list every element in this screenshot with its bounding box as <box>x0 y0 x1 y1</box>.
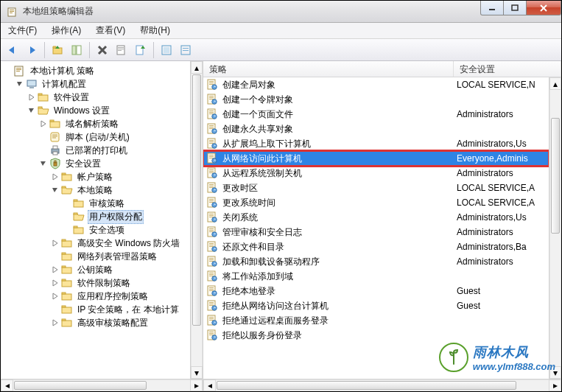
twisty-icon[interactable] <box>27 106 36 115</box>
tree-public-key[interactable]: 公钥策略 <box>4 263 190 276</box>
policy-row[interactable]: 加载和卸载设备驱动程序Administrators <box>203 254 549 269</box>
tree-user-rights[interactable]: 用户权限分配 <box>4 210 190 223</box>
svg-marker-51 <box>53 174 57 180</box>
tree-dns-policy[interactable]: 域名解析策略 <box>4 117 190 130</box>
twisty-icon[interactable] <box>63 199 71 208</box>
maximize-button[interactable] <box>503 1 527 15</box>
list-horizontal-scrollbar[interactable]: ◂ ▸ <box>203 379 561 391</box>
svg-rect-137 <box>209 214 214 214</box>
twisty-icon[interactable] <box>39 133 48 141</box>
scroll-down-icon[interactable]: ▾ <box>191 366 203 379</box>
policy-row[interactable]: 拒绝从网络访问这台计算机Guest <box>203 298 549 313</box>
twisty-icon[interactable] <box>63 225 71 234</box>
policy-row[interactable]: 管理审核和安全日志Administrators <box>203 225 549 239</box>
policy-row[interactable]: 创建一个令牌对象 <box>203 92 549 107</box>
policy-row[interactable]: 从远程系统强制关机Administrators <box>203 166 549 181</box>
tree-account-policies[interactable]: 帐户策略 <box>4 170 190 183</box>
close-button[interactable] <box>526 1 561 15</box>
svg-rect-24 <box>164 47 169 53</box>
help-button[interactable] <box>177 41 194 59</box>
menu-view[interactable]: 查看(V) <box>93 23 128 38</box>
tree-adv-firewall[interactable]: 高级安全 Windows 防火墙 <box>4 237 190 250</box>
twisty-icon[interactable] <box>51 172 60 181</box>
tree-root[interactable]: 本地计算机 策略 <box>4 64 190 77</box>
tree-vertical-scrollbar[interactable]: ▴ ▾ <box>190 61 203 379</box>
properties-button[interactable] <box>113 41 130 59</box>
policy-row[interactable]: 拒绝通过远程桌面服务登录 <box>203 313 549 328</box>
tree-local-policies[interactable]: 本地策略 <box>4 183 190 197</box>
policy-row[interactable]: 关闭系统Administrators,Us <box>203 210 549 225</box>
up-button[interactable] <box>49 41 66 59</box>
twisty-icon[interactable] <box>4 66 13 75</box>
twisty-icon[interactable] <box>51 265 60 274</box>
twisty-icon[interactable] <box>51 318 60 327</box>
show-hide-tree-button[interactable] <box>68 41 85 59</box>
svg-point-183 <box>214 321 216 323</box>
tree-windows-settings[interactable]: Windows 设置 <box>4 104 190 117</box>
tree-nlm[interactable]: 网络列表管理器策略 <box>4 250 190 263</box>
tree-app-control[interactable]: 应用程序控制策略 <box>4 290 190 303</box>
twisty-icon[interactable] <box>51 305 60 314</box>
tree-printers[interactable]: 已部署的打印机 <box>4 144 190 157</box>
tree-ipsec[interactable]: IP 安全策略，在 本地计算 <box>4 303 190 316</box>
list-vertical-scrollbar[interactable]: ▴ ▾ <box>549 77 561 379</box>
twisty-icon[interactable] <box>39 159 48 168</box>
scroll-down-icon[interactable]: ▾ <box>549 366 561 379</box>
policy-row[interactable]: 还原文件和目录Administrators,Ba <box>203 239 549 254</box>
scroll-left-icon[interactable]: ◂ <box>1 379 13 391</box>
scroll-left-icon[interactable]: ◂ <box>203 379 216 391</box>
tree-software-settings[interactable]: 软件设置 <box>4 91 190 104</box>
tree-audit-policy[interactable]: 审核策略 <box>4 197 190 210</box>
twisty-icon[interactable] <box>39 146 48 155</box>
column-security-setting[interactable]: 安全设置 <box>454 61 561 77</box>
twisty-icon[interactable] <box>51 252 60 261</box>
column-policy[interactable]: 策略 <box>203 61 454 77</box>
policy-row[interactable]: 更改系统时间LOCAL SERVICE,A <box>203 195 549 210</box>
svg-marker-71 <box>53 280 57 286</box>
policy-row[interactable]: 从网络访问此计算机Everyone,Adminis <box>203 151 549 166</box>
tree-scripts[interactable]: 脚本 (启动/关机) <box>4 130 190 144</box>
twisty-icon[interactable] <box>51 279 60 287</box>
tree-security[interactable]: 安全设置 <box>4 157 190 170</box>
tree-label: 帐户策略 <box>76 170 114 184</box>
policy-row[interactable]: 拒绝本地登录Guest <box>203 284 549 298</box>
tree-view[interactable]: 本地计算机 策略计算机配置软件设置Windows 设置域名解析策略脚本 (启动/… <box>1 61 190 379</box>
refresh-button[interactable] <box>158 41 175 59</box>
tree-horizontal-scrollbar[interactable]: ◂ ▸ <box>1 379 203 391</box>
export-button[interactable] <box>132 41 150 59</box>
policy-row[interactable]: 更改时区LOCAL SERVICE,A <box>203 181 549 195</box>
scroll-up-icon[interactable]: ▴ <box>191 61 203 74</box>
policy-row[interactable]: 将工作站添加到域 <box>203 269 549 284</box>
scroll-right-icon[interactable]: ▸ <box>190 379 203 391</box>
tree-security-options[interactable]: 安全选项 <box>4 223 190 237</box>
tree-adv-audit[interactable]: 高级审核策略配置 <box>4 316 190 329</box>
policy-row[interactable]: 从扩展坞上取下计算机Administrators,Us <box>203 136 549 151</box>
tree-computer-config[interactable]: 计算机配置 <box>4 77 190 91</box>
policy-row[interactable]: 创建全局对象LOCAL SERVICE,N <box>203 77 549 92</box>
minimize-button[interactable] <box>480 1 504 15</box>
twisty-icon[interactable] <box>39 119 48 128</box>
forward-button[interactable] <box>23 41 41 59</box>
menu-action[interactable]: 操作(A) <box>49 23 84 38</box>
back-button[interactable] <box>4 41 21 59</box>
twisty-icon[interactable] <box>63 212 71 221</box>
svg-rect-26 <box>183 48 189 49</box>
policy-row[interactable]: 拒绝以服务身份登录 <box>203 328 549 343</box>
scroll-up-icon[interactable]: ▴ <box>549 77 561 90</box>
menu-file[interactable]: 文件(F) <box>5 23 40 38</box>
menu-help[interactable]: 帮助(H) <box>137 23 173 38</box>
twisty-icon[interactable] <box>51 292 60 301</box>
twisty-icon[interactable] <box>51 239 60 248</box>
twisty-icon[interactable] <box>51 186 60 195</box>
delete-button[interactable] <box>94 41 111 59</box>
twisty-icon[interactable] <box>27 93 36 102</box>
scroll-right-icon[interactable]: ▸ <box>549 379 561 391</box>
svg-rect-65 <box>62 239 66 241</box>
list-body[interactable]: 创建全局对象LOCAL SERVICE,N创建一个令牌对象创建一个页面文件Adm… <box>203 77 549 379</box>
tree-software-restrict[interactable]: 软件限制策略 <box>4 276 190 290</box>
twisty-icon[interactable] <box>15 80 24 88</box>
svg-marker-38 <box>29 108 34 113</box>
svg-rect-174 <box>209 304 214 304</box>
policy-row[interactable]: 创建一个页面文件Administrators <box>203 107 549 122</box>
policy-row[interactable]: 创建永久共享对象 <box>203 122 549 136</box>
